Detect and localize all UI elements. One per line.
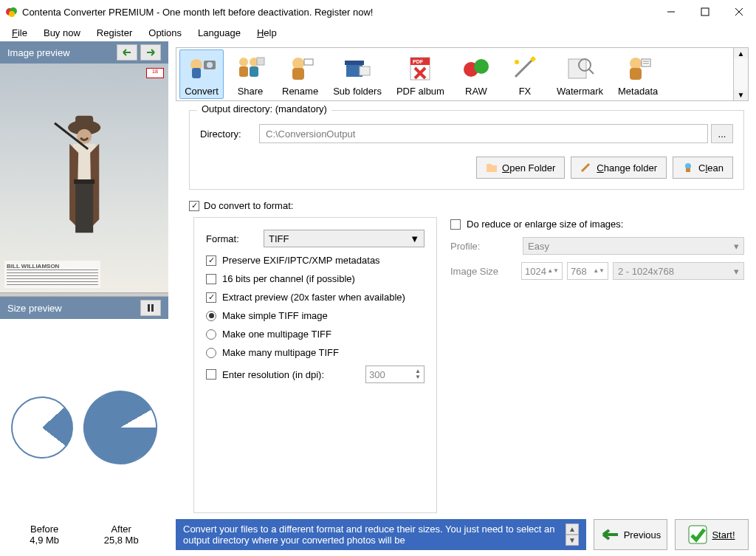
- image-preview-area: BILL WILLIAMSON 18: [0, 64, 168, 292]
- svg-point-47: [685, 163, 691, 169]
- svg-point-25: [292, 58, 304, 69]
- preview-caption: BILL WILLIAMSON: [7, 263, 98, 270]
- svg-point-35: [474, 59, 489, 74]
- size-preview-title: Size preview: [7, 303, 62, 314]
- after-label: After: [104, 524, 139, 535]
- radio-simple-tiff[interactable]: [206, 311, 216, 321]
- do-convert-checkbox[interactable]: ✓: [189, 201, 199, 211]
- resolution-spinner[interactable]: 300 ▲▼: [365, 365, 425, 383]
- start-button[interactable]: Start!: [675, 519, 749, 550]
- minimize-button[interactable]: [654, 0, 688, 24]
- size-preview-header: Size preview: [0, 297, 168, 319]
- scroll-up-icon[interactable]: ▲: [566, 524, 579, 535]
- info-panel: Convert your files to a different format…: [176, 519, 586, 550]
- size-preview-area: [0, 319, 168, 519]
- menu-register[interactable]: Register: [89, 26, 140, 40]
- footer: Convert your files to a different format…: [176, 513, 749, 550]
- svg-rect-22: [239, 66, 248, 77]
- browse-button[interactable]: ...: [711, 124, 733, 143]
- size-preset-select[interactable]: 2 - 1024x768 ▾: [613, 262, 744, 280]
- tool-subfolders[interactable]: Sub folders: [328, 49, 387, 99]
- titlebar-text: Contenta Converter PREMIUM - One month l…: [22, 7, 654, 18]
- chevron-down-icon: ▾: [734, 241, 739, 252]
- tool-share[interactable]: Share: [228, 49, 272, 99]
- tool-watermark[interactable]: Watermark: [551, 49, 608, 99]
- maximize-button[interactable]: [688, 0, 722, 24]
- svg-point-40: [630, 58, 642, 69]
- svg-point-2: [9, 11, 15, 17]
- svg-rect-42: [642, 59, 650, 66]
- svg-rect-27: [304, 59, 313, 65]
- directory-input[interactable]: C:\ConversionOutput: [259, 124, 708, 143]
- svg-rect-14: [148, 304, 150, 312]
- scroll-down-icon[interactable]: ▼: [566, 535, 579, 546]
- svg-line-39: [588, 69, 594, 74]
- svg-rect-11: [75, 181, 93, 233]
- format-options-group: Format: TIFF ▼ ✓Preserve EXIF/IPTC/XMP m…: [193, 217, 437, 513]
- open-folder-button[interactable]: Open Folder: [476, 157, 565, 179]
- radio-many-multipage[interactable]: [206, 348, 216, 358]
- menu-file[interactable]: File: [4, 26, 35, 40]
- menu-buy-now[interactable]: Buy now: [36, 26, 88, 40]
- width-input[interactable]: 1024▲▼: [521, 262, 563, 280]
- bits16-checkbox[interactable]: [206, 274, 216, 284]
- svg-text:PDF: PDF: [413, 59, 424, 64]
- preserve-metadata-checkbox[interactable]: ✓: [206, 255, 216, 266]
- tool-fx[interactable]: FX: [503, 49, 547, 99]
- fx-icon: [508, 53, 542, 84]
- previous-button[interactable]: Previous: [594, 519, 667, 550]
- prev-image-button[interactable]: [117, 44, 137, 61]
- menu-options[interactable]: Options: [141, 26, 189, 40]
- before-label: Before: [30, 524, 59, 535]
- svg-point-36: [515, 60, 519, 64]
- app-icon: [6, 6, 18, 18]
- height-input[interactable]: 768▲▼: [567, 262, 608, 280]
- svg-rect-24: [257, 58, 264, 65]
- chevron-down-icon: ▼: [410, 233, 419, 244]
- format-select[interactable]: TIFF ▼: [264, 230, 425, 247]
- info-scrollbar[interactable]: ▲ ▼: [566, 524, 579, 546]
- next-image-button[interactable]: [140, 44, 161, 61]
- svg-rect-30: [360, 66, 370, 75]
- close-button[interactable]: [722, 0, 756, 24]
- radio-one-multipage[interactable]: [206, 329, 216, 340]
- pie-after: [70, 377, 171, 478]
- action-toolbar: Convert Share Rename Sub folders PDF PDF…: [176, 47, 734, 101]
- scroll-down-icon[interactable]: ▼: [734, 90, 748, 100]
- tool-rename[interactable]: Rename: [277, 49, 323, 99]
- format-label: Format:: [206, 233, 258, 244]
- extract-preview-checkbox[interactable]: ✓: [206, 292, 216, 303]
- svg-rect-29: [345, 61, 364, 65]
- tool-raw[interactable]: RAW: [454, 49, 498, 99]
- svg-rect-23: [250, 66, 258, 77]
- change-folder-button[interactable]: Change folder: [571, 157, 667, 179]
- do-convert-label: Do convert to format:: [204, 200, 293, 211]
- tool-convert[interactable]: Convert: [179, 49, 224, 99]
- sidebar: Image preview BILL WILLIAMSON: [0, 41, 168, 556]
- svg-rect-15: [151, 304, 154, 312]
- titlebar: Contenta Converter PREMIUM - One month l…: [0, 0, 756, 24]
- arrow-left-icon: [600, 529, 619, 540]
- tool-metadata[interactable]: Metadata: [613, 49, 663, 99]
- menu-help[interactable]: Help: [250, 26, 284, 40]
- pdf-icon: PDF: [403, 53, 437, 84]
- profile-label: Profile:: [450, 241, 517, 252]
- resize-options-group: Do reduce or enlarge size of images: Pro…: [450, 217, 744, 513]
- toolbar-scrollbar[interactable]: ▲ ▼: [734, 47, 749, 101]
- menu-language[interactable]: Language: [190, 26, 248, 40]
- svg-point-19: [207, 62, 213, 68]
- metadata-icon: [621, 53, 655, 84]
- menubar: File Buy now Register Options Language H…: [0, 24, 756, 41]
- enter-resolution-checkbox[interactable]: [206, 369, 216, 380]
- tool-pdf-album[interactable]: PDF PDF album: [391, 49, 450, 99]
- output-directory-group: Output directory: (mandatory) Directory:…: [189, 110, 744, 190]
- do-reduce-checkbox[interactable]: [450, 219, 461, 230]
- svg-rect-8: [75, 116, 93, 128]
- scroll-up-icon[interactable]: ▲: [734, 48, 748, 58]
- rating-badge: 18: [146, 68, 164, 78]
- pause-button[interactable]: [140, 300, 161, 316]
- clean-button[interactable]: Clean: [673, 157, 733, 179]
- profile-select[interactable]: Easy ▾: [523, 237, 744, 255]
- svg-rect-41: [630, 68, 642, 80]
- main-panel: Convert Share Rename Sub folders PDF PDF…: [168, 41, 756, 556]
